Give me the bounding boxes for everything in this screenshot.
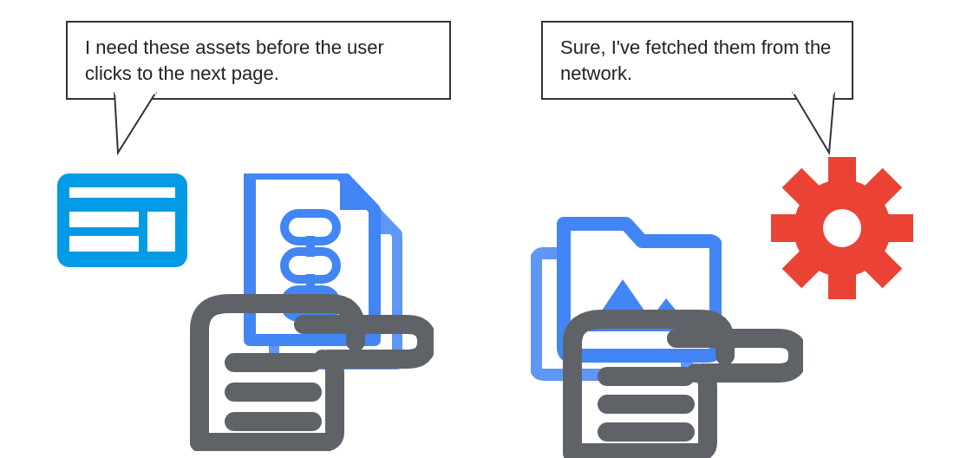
svg-point-25 xyxy=(823,209,861,247)
speech-bubble-browser: I need these assets before the user clic… xyxy=(66,21,451,100)
hand-pointing-icon-left xyxy=(173,269,434,455)
speech-text-left: I need these assets before the user clic… xyxy=(85,36,384,84)
speech-bubble-gear: Sure, I've fetched them from the network… xyxy=(541,21,853,100)
hand-pointing-icon-right xyxy=(552,286,803,458)
speech-tail-left xyxy=(113,92,165,161)
speech-tail-right xyxy=(786,92,838,161)
svg-marker-2 xyxy=(793,92,834,153)
gear-icon xyxy=(768,154,916,305)
svg-rect-7 xyxy=(69,236,139,252)
browser-window-icon xyxy=(57,173,187,271)
svg-rect-5 xyxy=(69,187,175,198)
svg-rect-8 xyxy=(147,212,175,252)
svg-marker-0 xyxy=(114,92,156,153)
speech-text-right: Sure, I've fetched them from the network… xyxy=(560,36,831,84)
svg-rect-6 xyxy=(69,212,139,227)
